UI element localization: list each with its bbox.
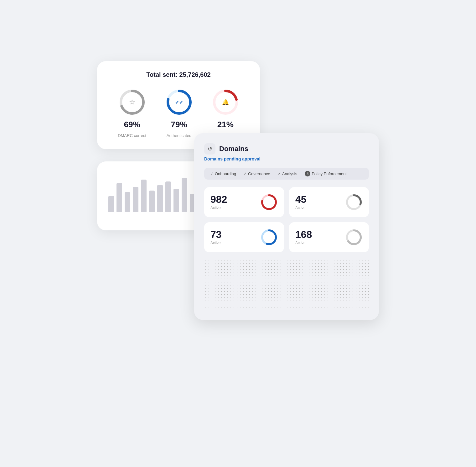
bar-item [141,180,147,212]
metric-invalid: 🔔 21% Invalid flows [212,88,239,138]
stat-card-73: 73 Active [204,222,284,252]
stat-card-168: 168 Active [289,222,369,252]
tabs-row: ✓ Onboarding ✓ Governance ✓ Analysis 4 P… [204,168,369,180]
stat-donut-982 [260,193,278,211]
bar-item [125,192,130,212]
card-domains: ↺ Domains Domains pending approval ✓ Onb… [194,133,379,320]
dmarc-label: DMARC correct [118,133,146,138]
policy-badge: 4 [305,171,310,176]
invalid-icon: 🔔 [222,99,229,106]
stat-donut-45 [345,193,363,211]
dmarc-percent: 69% [124,120,140,129]
stat-label-168: Active [295,241,312,245]
stat-grid: 982 Active 45 Active [204,187,369,252]
metric-dmarc: ☆ 69% DMARC correct [118,88,146,138]
tab-governance[interactable]: ✓ Governance [241,170,273,177]
auth-label: Authenticated [167,133,192,138]
bar-item [133,187,138,212]
tab-policy[interactable]: 4 Policy Enforcement [302,170,349,178]
metrics-row: ☆ 69% DMARC correct ✔✔ 79% Authenticated [108,88,249,138]
scene: Total sent: 25,726,602 ☆ 69% DMARC corre… [97,61,379,406]
stat-label-982: Active [210,206,227,210]
world-map [204,259,369,309]
bar-item [182,178,187,212]
total-sent-title: Total sent: 25,726,602 [108,71,249,78]
domains-title: Domains [219,145,248,153]
invalid-percent: 21% [217,120,234,129]
bar-item [157,185,163,212]
stat-number-73: 73 [210,229,222,239]
stat-number-982: 982 [210,194,227,204]
metric-auth: ✔✔ 79% Authenticated [165,88,193,138]
stat-donut-168 [345,228,363,246]
governance-check-icon: ✓ [244,171,247,176]
tab-policy-label: Policy Enforcement [312,171,347,176]
stat-number-45: 45 [295,194,307,204]
invalid-donut: 🔔 [212,88,239,116]
onboarding-check-icon: ✓ [210,171,214,176]
stat-info-168: 168 Active [295,229,312,245]
tab-analysis[interactable]: ✓ Analysis [275,170,300,177]
tab-onboarding[interactable]: ✓ Onboarding [208,170,239,177]
bar-item [173,189,179,212]
stat-info-73: 73 Active [210,229,222,245]
tab-governance-label: Governance [248,171,270,176]
auth-icon: ✔✔ [175,99,183,105]
auth-donut: ✔✔ [165,88,193,116]
domains-subtitle: Domains pending approval [204,156,369,161]
bar-item [108,196,114,212]
dmarc-donut: ☆ [118,88,146,116]
stat-label-45: Active [295,206,307,210]
auth-percent: 79% [171,120,187,129]
domains-refresh-icon: ↺ [204,143,215,155]
bar-item [165,181,171,212]
tab-onboarding-label: Onboarding [215,171,236,176]
stat-donut-73 [260,228,278,246]
stat-info-45: 45 Active [295,194,307,210]
stat-number-168: 168 [295,229,312,239]
stat-label-73: Active [210,241,222,245]
bar-item [149,191,155,212]
stat-info-982: 982 Active [210,194,227,210]
tab-analysis-label: Analysis [282,171,297,176]
analysis-check-icon: ✓ [278,171,281,176]
domains-header: ↺ Domains [204,143,369,155]
stat-card-982: 982 Active [204,187,284,217]
stat-card-45: 45 Active [289,187,369,217]
bar-item [116,183,122,212]
dmarc-icon: ☆ [129,98,135,106]
